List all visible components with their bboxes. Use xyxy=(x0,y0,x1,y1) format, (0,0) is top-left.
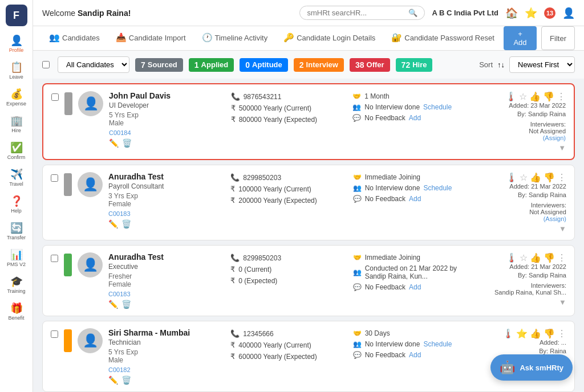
search-input[interactable] xyxy=(307,9,405,17)
sidebar-item-training[interactable]: 🎓 Training xyxy=(0,272,33,299)
add-feedback-link[interactable]: Add xyxy=(409,114,421,122)
delete-icon[interactable]: 🗑️ xyxy=(121,375,131,385)
thumbs-down-icon[interactable]: 👎 xyxy=(543,91,554,102)
candidate-filter-select[interactable]: All Candidates xyxy=(58,56,129,73)
star-action-icon[interactable]: ☆ xyxy=(519,91,527,102)
delete-icon[interactable]: 🗑️ xyxy=(122,138,132,148)
stat-interview[interactable]: 2 Interview xyxy=(294,58,344,72)
stat-sourced[interactable]: 7 Sourced xyxy=(135,58,183,72)
edit-icon[interactable]: ✏️ xyxy=(108,219,118,228)
schedule-link[interactable]: Schedule xyxy=(423,103,452,111)
thermometer-icon[interactable]: 🌡️ xyxy=(506,172,517,183)
search-box[interactable]: 🔍 xyxy=(299,6,425,20)
tab-import[interactable]: 📥 Candidate Import xyxy=(109,27,193,50)
candidate-id-link[interactable]: C00184 xyxy=(109,129,225,136)
star-icon[interactable]: ⭐ xyxy=(525,7,537,19)
rupee-icon: ₹ xyxy=(231,104,236,112)
more-icon[interactable]: ⋮ xyxy=(557,172,566,183)
add-feedback-link[interactable]: Add xyxy=(409,283,421,291)
thermometer-icon[interactable]: 🌡️ xyxy=(505,91,517,102)
filter-button[interactable]: Filter xyxy=(541,26,575,50)
sidebar-item-hire[interactable]: 🏢 Hire xyxy=(0,111,33,138)
thumbs-down-icon[interactable]: 👎 xyxy=(544,328,555,339)
stat-applied[interactable]: 1 Applied xyxy=(189,58,234,72)
joining-row: 🤝 Immediate Joining xyxy=(353,254,469,262)
tab-login[interactable]: 🔑 Candidate Login Details xyxy=(277,27,382,50)
candidate-checkbox[interactable] xyxy=(51,255,58,262)
star-action-icon[interactable]: ☆ xyxy=(520,252,528,263)
candidate-status: 🤝 1 Month 👥 No Interview done Schedule 💬… xyxy=(352,91,469,125)
card-right: 🌡️ ☆ 👍 👎 ⋮ Added: 21 Mar 2022 By: Sandip… xyxy=(475,172,566,233)
notification-badge[interactable]: 13 xyxy=(544,7,555,19)
sidebar-item-pmsv2[interactable]: 📊 PMS V2 xyxy=(0,245,33,272)
tab-password[interactable]: 🔐 Candidate Password Reset xyxy=(384,27,501,50)
tab-timeline[interactable]: 🕐 Timeline Activity xyxy=(195,27,275,50)
feedback-status: No Feedback xyxy=(365,283,405,291)
chevron-down-icon[interactable]: ▼ xyxy=(559,224,566,233)
sidebar-item-leave[interactable]: 📋 Leave xyxy=(0,58,33,84)
thumbs-up-icon[interactable]: 👍 xyxy=(529,91,541,102)
sidebar-item-profile[interactable]: 👤 Profile xyxy=(0,31,33,58)
candidate-id-link[interactable]: C00183 xyxy=(108,291,225,297)
app-logo: F xyxy=(6,5,27,26)
candidate-contact: 📞 8299850203 ₹ 100000 Yearly (Current) ₹… xyxy=(230,172,347,207)
home-icon[interactable]: 🏠 xyxy=(505,7,518,19)
candidate-id-link[interactable]: C00182 xyxy=(108,366,225,373)
delete-icon[interactable]: 🗑️ xyxy=(121,300,131,309)
main-content: Welcome Sandip Raina! 🔍 A B C India Pvt … xyxy=(33,0,584,392)
tab-candidates[interactable]: 👥 Candidates xyxy=(42,27,107,50)
edit-icon[interactable]: ✏️ xyxy=(108,375,118,385)
stat-aptitude[interactable]: 0 Aptitude xyxy=(240,58,288,72)
stat-offer[interactable]: 38 Offer xyxy=(350,58,390,72)
sidebar-item-travel[interactable]: ✈️ Travel xyxy=(0,165,33,191)
chatbot-button[interactable]: 🤖 Ask smHRty xyxy=(490,354,573,381)
edit-icon[interactable]: ✏️ xyxy=(109,138,119,148)
expected-rupee-icon: ₹ xyxy=(231,115,236,124)
star-action-icon[interactable]: ⭐ xyxy=(516,328,528,339)
thumbs-up-icon[interactable]: 👍 xyxy=(530,172,541,183)
action-icons: 🌡️ ☆ 👍 👎 ⋮ xyxy=(506,172,566,183)
sort-select[interactable]: Newest First xyxy=(509,56,575,73)
chevron-down-icon[interactable]: ▼ xyxy=(559,298,566,307)
assign-link[interactable]: (Assign) xyxy=(475,215,566,222)
schedule-link[interactable]: Schedule xyxy=(423,340,452,348)
added-by: By: Raina xyxy=(475,348,566,354)
feedback-row: 💬 No Feedback Add xyxy=(353,351,469,359)
candidate-id-link[interactable]: C00183 xyxy=(108,210,225,217)
candidate-checkbox[interactable] xyxy=(51,174,58,182)
sidebar-item-label: Training xyxy=(7,288,25,294)
thumbs-down-icon[interactable]: 👎 xyxy=(544,252,555,263)
sidebar-item-confirm[interactable]: ✅ Confirm xyxy=(0,138,33,165)
sidebar-item-help[interactable]: ❓ Help xyxy=(0,191,33,218)
schedule-link[interactable]: Schedule xyxy=(423,184,452,192)
sidebar-item-expense[interactable]: 💰 Expense xyxy=(0,84,33,111)
add-button[interactable]: + Add xyxy=(504,26,537,50)
delete-icon[interactable]: 🗑️ xyxy=(121,219,131,228)
add-feedback-link[interactable]: Add xyxy=(409,195,421,203)
edit-icon[interactable]: ✏️ xyxy=(108,300,118,309)
candidate-status: 🤝 Immediate Joining 👥 Conducted on 21 Ma… xyxy=(353,252,469,294)
thermometer-icon[interactable]: 🌡️ xyxy=(502,328,514,339)
sidebar-item-benefit[interactable]: 🎁 Benefit xyxy=(0,299,33,325)
candidate-checkbox[interactable] xyxy=(51,93,59,101)
thumbs-down-icon[interactable]: 👎 xyxy=(544,172,555,183)
star-action-icon[interactable]: ☆ xyxy=(520,172,528,183)
thumbs-up-icon[interactable]: 👍 xyxy=(530,328,541,339)
more-icon[interactable]: ⋮ xyxy=(557,91,566,102)
add-feedback-link[interactable]: Add xyxy=(409,351,421,359)
edit-delete-actions: ✏️ 🗑️ xyxy=(109,138,225,148)
sidebar-item-label: Transfer xyxy=(7,235,26,240)
user-icon[interactable]: 👤 xyxy=(562,7,575,19)
chevron-down-icon[interactable]: ▼ xyxy=(558,144,566,152)
more-icon[interactable]: ⋮ xyxy=(557,252,566,263)
select-all-checkbox[interactable] xyxy=(42,61,50,68)
stat-hire[interactable]: 72 Hire xyxy=(396,58,433,72)
more-icon[interactable]: ⋮ xyxy=(557,328,566,339)
assign-link[interactable]: (Assign) xyxy=(474,134,566,141)
candidate-checkbox[interactable] xyxy=(51,330,58,338)
thermometer-icon[interactable]: 🌡️ xyxy=(506,252,517,263)
thumbs-up-icon[interactable]: 👍 xyxy=(530,252,541,263)
expected-rupee-icon: ₹ xyxy=(230,352,235,361)
search-icon: 🔍 xyxy=(408,9,417,17)
sidebar-item-transfer[interactable]: 🔄 Transfer xyxy=(0,218,33,245)
